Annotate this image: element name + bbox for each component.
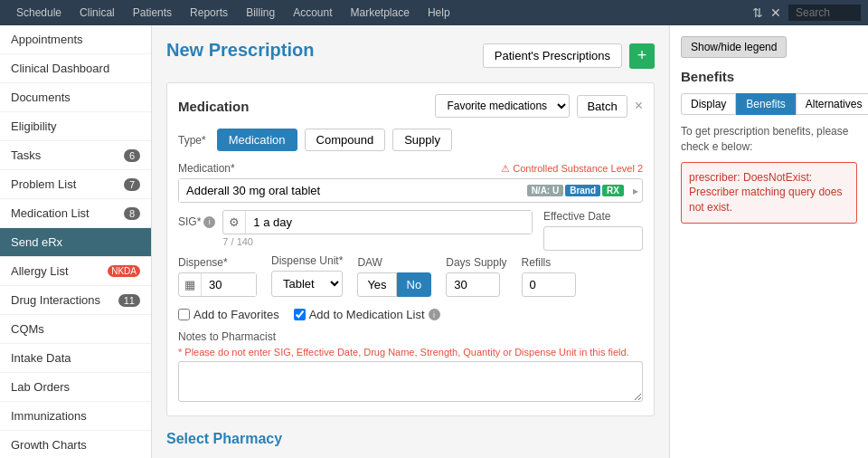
sidebar-item-immunizations[interactable]: Immunizations — [0, 402, 151, 431]
favorite-medications-select[interactable]: Favorite medications — [435, 94, 570, 118]
right-panel: Show/hide legend Benefits Display Benefi… — [669, 25, 868, 458]
medication-field-label: Medication* — [178, 162, 235, 175]
type-medication-button[interactable]: Medication — [217, 129, 297, 151]
main-content: New Prescription Patient's Prescriptions… — [152, 25, 669, 458]
benefits-tabs: Display Benefits Alternatives Copay — [681, 93, 857, 115]
sidebar: Appointments Clinical Dashboard Document… — [0, 25, 152, 458]
nav-clinical[interactable]: Clinical — [71, 0, 124, 25]
benefits-error: prescriber: DoesNotExist: Prescriber mat… — [681, 162, 857, 224]
type-label: Type* — [178, 134, 206, 147]
daw-label: DAW — [357, 256, 431, 269]
sidebar-item-eligibility[interactable]: Eligibility — [0, 112, 151, 141]
patient-prescriptions-button[interactable]: Patient's Prescriptions — [483, 43, 622, 68]
legend-button[interactable]: Show/hide legend — [681, 36, 787, 58]
effective-date-input[interactable] — [543, 226, 643, 251]
notes-label: Notes to Pharmacist — [178, 330, 643, 343]
type-row: Type* Medication Compound Supply — [178, 129, 643, 151]
sidebar-item-appointments[interactable]: Appointments — [0, 25, 151, 54]
sig-row: SIG* i ⚙ 7 / 140 — [178, 210, 533, 247]
benefits-tab-alternatives[interactable]: Alternatives — [796, 93, 868, 115]
sidebar-item-cqms[interactable]: CQMs — [0, 315, 151, 344]
sidebar-item-growth-charts[interactable]: Growth Charts — [0, 431, 151, 458]
badge-na-u: N/A: U — [527, 185, 564, 196]
sidebar-item-drug-interactions[interactable]: Drug Interactions 11 — [0, 286, 151, 315]
dispense-field: Dispense* ▦ — [178, 256, 257, 297]
calendar-icon: ▦ — [179, 273, 202, 296]
sig-field: SIG* i ⚙ 7 / 140 — [178, 210, 533, 251]
sidebar-item-allergy-list[interactable]: Allergy List NKDA — [0, 257, 151, 286]
add-prescription-button[interactable]: + — [629, 43, 655, 69]
check-row: Add to Favorites Add to Medication List … — [178, 308, 643, 321]
dispense-unit-label: Dispense Unit* — [271, 254, 343, 267]
sig-label: SIG* i — [178, 210, 215, 228]
drug-interactions-badge: 11 — [118, 294, 140, 307]
add-to-favorites-checkbox[interactable] — [178, 309, 190, 320]
effective-date-field: Effective Date — [543, 210, 643, 251]
days-supply-input[interactable] — [446, 272, 500, 297]
resize-icon[interactable]: ⇅ — [752, 5, 763, 20]
sidebar-item-problem-list[interactable]: Problem List 7 — [0, 170, 151, 199]
close-icon[interactable]: ✕ — [770, 5, 781, 20]
nav-help[interactable]: Help — [419, 0, 459, 25]
badge-rx: RX — [602, 185, 624, 196]
benefits-tab-display[interactable]: Display — [681, 93, 736, 115]
tasks-badge: 6 — [124, 149, 140, 162]
dispense-input[interactable] — [202, 273, 256, 296]
dispense-label: Dispense* — [178, 256, 257, 269]
sig-input-row: ⚙ — [222, 210, 533, 234]
badge-brand: Brand — [565, 185, 600, 196]
dispense-unit-select[interactable]: Tablet — [271, 271, 343, 297]
sig-input-wrap: ⚙ 7 / 140 — [222, 210, 533, 247]
nav-reports[interactable]: Reports — [181, 0, 237, 25]
medication-card: Medication Favorite medications Batch × … — [166, 82, 655, 416]
notes-textarea[interactable] — [178, 361, 643, 402]
dispense-input-wrap: ▦ — [178, 272, 257, 297]
batch-button[interactable]: Batch — [577, 95, 627, 118]
refills-input[interactable] — [522, 272, 576, 297]
nav-account[interactable]: Account — [284, 0, 341, 25]
sig-counter: 7 / 140 — [222, 236, 533, 247]
sidebar-item-medication-list[interactable]: Medication List 8 — [0, 199, 151, 228]
nav-billing[interactable]: Billing — [237, 0, 284, 25]
daw-no-button[interactable]: No — [397, 272, 432, 297]
type-compound-button[interactable]: Compound — [305, 129, 386, 151]
sidebar-item-send-erx[interactable]: Send eRx — [0, 228, 151, 257]
nav-schedule[interactable]: Schedule — [7, 0, 71, 25]
medication-input[interactable] — [179, 179, 527, 202]
refills-field: Refills — [522, 256, 576, 297]
sidebar-item-intake-data[interactable]: Intake Data — [0, 344, 151, 373]
rx-header-row: New Prescription Patient's Prescriptions… — [166, 40, 655, 72]
benefits-description: To get prescription benefits, please che… — [681, 124, 857, 155]
benefits-title: Benefits — [681, 69, 857, 84]
controlled-substance-warning: ⚠ Controlled Substance Level 2 — [501, 163, 643, 175]
add-to-medication-list-checkbox[interactable] — [294, 309, 306, 320]
add-to-favorites-label[interactable]: Add to Favorites — [178, 308, 279, 321]
type-supply-button[interactable]: Supply — [392, 129, 452, 151]
search-input[interactable] — [788, 5, 861, 21]
page-title: New Prescription — [166, 40, 314, 61]
refills-label: Refills — [522, 256, 576, 269]
medication-input-row: N/A: U Brand RX ▸ — [178, 178, 643, 203]
sidebar-item-documents[interactable]: Documents — [0, 83, 151, 112]
daw-yes-button[interactable]: Yes — [357, 272, 396, 297]
close-card-button[interactable]: × — [635, 98, 643, 114]
medication-card-title: Medication — [178, 99, 249, 114]
medication-card-controls: Favorite medications Batch × — [435, 94, 643, 118]
select-pharmacy-title: Select Pharmacy — [166, 431, 655, 447]
notes-hint: * Please do not enter SIG, Effective Dat… — [178, 347, 643, 358]
sig-effective-row: SIG* i ⚙ 7 / 140 Effec — [178, 210, 643, 251]
add-to-medication-list-label[interactable]: Add to Medication List i — [294, 308, 440, 321]
arrow-right-icon: ▸ — [629, 185, 642, 197]
sidebar-item-lab-orders[interactable]: Lab Orders — [0, 373, 151, 402]
daw-field: DAW Yes No — [357, 256, 431, 297]
sig-text-input[interactable] — [246, 211, 532, 234]
benefits-tab-benefits[interactable]: Benefits — [736, 93, 795, 115]
sidebar-item-clinical-dashboard[interactable]: Clinical Dashboard — [0, 54, 151, 83]
nav-marketplace[interactable]: Marketplace — [342, 0, 419, 25]
sidebar-item-tasks[interactable]: Tasks 6 — [0, 141, 151, 170]
days-supply-label: Days Supply — [446, 256, 506, 269]
medication-badges: N/A: U Brand RX — [527, 185, 629, 196]
problem-list-badge: 7 — [124, 178, 140, 191]
nav-patients[interactable]: Patients — [124, 0, 181, 25]
sig-gear-icon[interactable]: ⚙ — [223, 211, 246, 234]
